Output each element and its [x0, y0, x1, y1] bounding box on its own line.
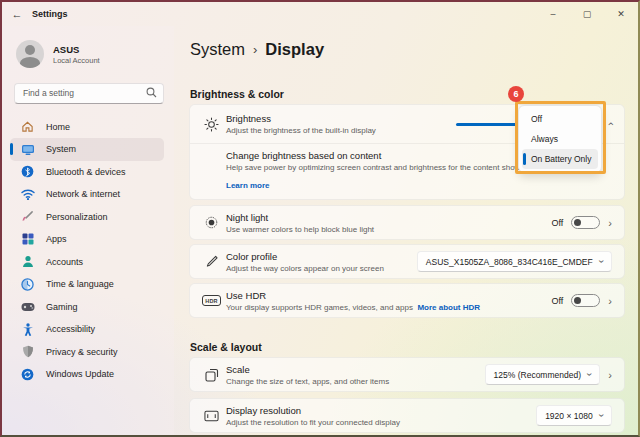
sidebar-item-accessibility[interactable]: Accessibility: [10, 318, 164, 341]
scale-desc: Change the size of text, apps, and other…: [226, 377, 389, 386]
hdr-card: HDR Use HDR Your display supports HDR ga…: [189, 283, 625, 318]
annotation-step-badge: 6: [508, 86, 524, 102]
flyout-option-always[interactable]: Always: [522, 129, 598, 149]
account-type: Local Account: [53, 56, 100, 65]
chevron-down-icon: ›: [584, 373, 595, 376]
sidebar-item-windows-update[interactable]: Windows Update: [10, 363, 164, 386]
back-arrow-icon: ←: [12, 8, 23, 20]
night-light-toggle-label: Off: [551, 218, 563, 228]
content-brightness-title: Change brightness based on content: [226, 150, 525, 161]
sidebar-item-home[interactable]: Home: [10, 116, 164, 139]
minimize-icon: –: [550, 9, 555, 19]
back-button[interactable]: ←: [2, 8, 32, 20]
section-brightness-color: Brightness & color: [190, 88, 625, 100]
sidebar-item-personalization[interactable]: Personalization: [10, 206, 164, 229]
pen-icon: [203, 255, 220, 268]
maximize-icon: ▢: [583, 9, 592, 19]
search-input[interactable]: [14, 83, 164, 104]
flyout-option-off[interactable]: Off: [522, 109, 598, 129]
paintbrush-icon: [20, 209, 35, 224]
brightness-sun-icon: [203, 117, 220, 132]
maximize-button[interactable]: ▢: [570, 2, 604, 26]
hdr-row[interactable]: HDR Use HDR Your display supports HDR ga…: [190, 284, 624, 317]
scale-dropdown[interactable]: 125% (Recommended) ›: [485, 364, 601, 385]
night-light-card: Night light Use warmer colors to help bl…: [189, 205, 625, 240]
avatar: [16, 40, 44, 68]
color-profile-title: Color profile: [226, 251, 384, 262]
flyout-option-on-battery-only[interactable]: On Battery Only: [522, 149, 598, 169]
gamepad-icon: [20, 299, 35, 314]
hdr-title: Use HDR: [226, 290, 480, 301]
night-light-desc: Use warmer colors to help block blue lig…: [226, 225, 374, 234]
breadcrumb-system[interactable]: System: [190, 40, 245, 59]
chevron-right-icon[interactable]: ›: [608, 295, 612, 307]
sidebar-item-time-language[interactable]: Time & language: [10, 273, 164, 296]
brightness-mode-flyout: Off Always On Battery Only: [518, 105, 602, 173]
bluetooth-icon: [20, 164, 35, 179]
hdr-toggle[interactable]: [571, 294, 600, 307]
section-scale-layout: Scale & layout: [190, 341, 625, 353]
resolution-row: Display resolution Adjust the resolution…: [190, 399, 624, 432]
resolution-icon: [203, 410, 220, 422]
night-light-title: Night light: [226, 212, 374, 223]
sidebar-item-network-internet[interactable]: Network & internet: [10, 183, 164, 206]
content-brightness-desc: Help save power by optimizing screen con…: [226, 163, 525, 172]
night-light-row[interactable]: Night light Use warmer colors to help bl…: [190, 206, 624, 239]
resolution-dropdown[interactable]: 1920 × 1080 ›: [536, 405, 612, 426]
window-title: Settings: [32, 9, 68, 19]
chevron-right-icon[interactable]: ›: [608, 369, 612, 381]
close-icon: ✕: [617, 9, 625, 19]
sidebar-item-privacy-security[interactable]: Privacy & security: [10, 341, 164, 364]
sidebar: ASUS Local Account Home System: [2, 26, 174, 435]
color-profile-card: Color profile Adjust the way colors appe…: [189, 244, 625, 279]
color-profile-value: ASUS_X1505ZA_8086_834C416E_CMDEF: [426, 257, 593, 267]
chevron-up-icon[interactable]: ›: [604, 122, 616, 126]
accessibility-person-icon: [20, 322, 35, 337]
clock-globe-icon: [20, 277, 35, 292]
minimize-button[interactable]: –: [536, 2, 570, 26]
window-controls: – ▢ ✕: [536, 2, 638, 26]
brightness-title: Brightness: [226, 113, 376, 124]
user-name: ASUS: [53, 44, 100, 55]
hdr-desc: Your display supports HDR games, videos,…: [226, 303, 480, 312]
breadcrumb-separator: ›: [253, 42, 257, 57]
system-icon: [20, 142, 35, 157]
brightness-slider[interactable]: [456, 123, 520, 126]
search-icon: [146, 87, 157, 98]
scale-card: Scale Change the size of text, apps, and…: [189, 357, 625, 392]
night-light-toggle[interactable]: [571, 216, 600, 229]
search-box: [14, 82, 164, 104]
brightness-desc: Adjust the brightness of the built-in di…: [226, 126, 376, 135]
color-profile-row: Color profile Adjust the way colors appe…: [190, 245, 624, 278]
night-light-icon: [203, 215, 220, 230]
chevron-right-icon[interactable]: ›: [608, 217, 612, 229]
home-icon: [20, 119, 35, 134]
update-arrows-icon: [20, 367, 35, 382]
more-about-hdr-link[interactable]: More about HDR: [417, 303, 480, 312]
titlebar: ← Settings – ▢ ✕: [2, 2, 638, 26]
chevron-down-icon: ›: [596, 260, 607, 263]
resolution-title: Display resolution: [226, 405, 400, 416]
person-icon: [20, 254, 35, 269]
sidebar-item-accounts[interactable]: Accounts: [10, 251, 164, 274]
sidebar-item-gaming[interactable]: Gaming: [10, 296, 164, 319]
wifi-icon: [20, 187, 35, 202]
hdr-icon: HDR: [203, 295, 220, 306]
color-profile-desc: Adjust the way colors appear on your scr…: [226, 264, 384, 273]
shield-icon: [20, 344, 35, 359]
sidebar-item-system[interactable]: System: [10, 138, 164, 161]
account-card[interactable]: ASUS Local Account: [16, 40, 164, 68]
resolution-value: 1920 × 1080: [545, 411, 593, 421]
close-button[interactable]: ✕: [604, 2, 638, 26]
main-content: System › Display Brightness & color Brig…: [174, 26, 638, 435]
scale-row[interactable]: Scale Change the size of text, apps, and…: [190, 358, 624, 391]
scale-value: 125% (Recommended): [494, 370, 581, 380]
page-title: Display: [265, 40, 324, 59]
sidebar-item-bluetooth-devices[interactable]: Bluetooth & devices: [10, 161, 164, 184]
sidebar-nav: Home System Bluetooth & devices Network …: [10, 116, 164, 386]
learn-more-link[interactable]: Learn more: [226, 181, 270, 190]
color-profile-dropdown[interactable]: ASUS_X1505ZA_8086_834C416E_CMDEF ›: [417, 251, 612, 272]
breadcrumb: System › Display: [190, 40, 625, 59]
resolution-desc: Adjust the resolution to fit your connec…: [226, 418, 400, 427]
sidebar-item-apps[interactable]: Apps: [10, 228, 164, 251]
